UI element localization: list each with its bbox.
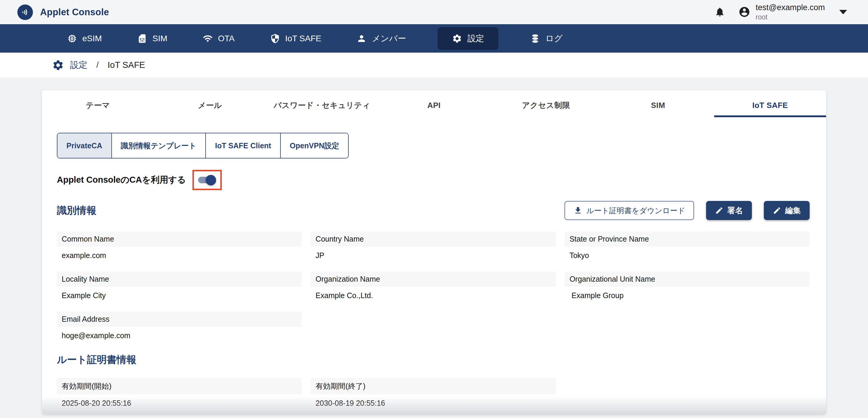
- field-label: Organizational Unit Name: [565, 272, 810, 287]
- nav-label: 設定: [467, 33, 484, 44]
- highlight-box: [192, 170, 222, 190]
- field-label: State or Province Name: [565, 232, 810, 247]
- user-role: root: [756, 13, 825, 21]
- main-nav: eSIM SIM OTA IoT SAFE メンバー 設定: [0, 24, 868, 53]
- breadcrumb-separator: /: [96, 60, 99, 70]
- download-icon: [574, 206, 583, 215]
- wifi-icon: [203, 34, 213, 44]
- topbar-right: test@example.com root: [714, 3, 847, 21]
- tab-theme[interactable]: テーマ: [42, 95, 154, 117]
- breadcrumb: 設定 / IoT SAFE: [0, 53, 868, 77]
- field-country-name: Country Name JP: [311, 232, 556, 260]
- app-root: Applet Console test@example.com root eSI…: [0, 0, 868, 418]
- nav-item-settings[interactable]: 設定: [438, 27, 498, 50]
- field-value: 2030-08-19 20:55:16: [311, 394, 556, 408]
- nav-item-logs[interactable]: ログ: [526, 27, 566, 50]
- field-value: example.com: [57, 247, 302, 260]
- field-email-address: Email Address hoge@example.com: [57, 312, 302, 340]
- chip-icon: [67, 34, 77, 44]
- field-organizational-unit: Organizational Unit Name Example Group: [565, 272, 810, 300]
- field-locality: Locality Name Example City: [57, 272, 302, 300]
- field-value: hoge@example.com: [57, 327, 302, 340]
- person-icon: [356, 34, 367, 44]
- ca-toggle-label: Applet ConsoleのCAを利用する: [57, 174, 186, 186]
- signal-logo-icon: [18, 4, 33, 20]
- download-root-cert-button[interactable]: ルート証明書をダウンロード: [564, 201, 694, 220]
- identification-title: 識別情報: [57, 204, 96, 217]
- field-label: Common Name: [57, 232, 302, 247]
- field-value: Example City: [57, 287, 302, 300]
- identification-actions: ルート証明書をダウンロード 署名 編集: [564, 201, 810, 220]
- chevron-down-icon[interactable]: [839, 10, 847, 14]
- field-value: JP: [311, 247, 556, 260]
- subtab-private-ca[interactable]: PrivateCA: [58, 133, 111, 158]
- tab-api[interactable]: API: [378, 95, 490, 117]
- field-label: 有効期間(終了): [311, 378, 556, 394]
- pencil-icon: [715, 206, 723, 215]
- tab-iot-safe[interactable]: IoT SAFE: [714, 95, 826, 117]
- nav-label: eSIM: [82, 34, 102, 43]
- bell-icon[interactable]: [714, 7, 725, 18]
- field-value: 2025-08-20 20:55:16: [57, 394, 302, 408]
- top-header: Applet Console test@example.com root: [0, 0, 868, 24]
- iot-safe-subtabs: PrivateCA 識別情報テンプレート IoT SAFE Client Ope…: [57, 133, 349, 159]
- sign-button-label: 署名: [727, 205, 743, 216]
- edit-button-label: 編集: [785, 205, 801, 216]
- breadcrumb-current: IoT SAFE: [108, 60, 145, 70]
- identification-fields: Common Name example.com Country Name JP …: [57, 232, 810, 340]
- gear-icon: [452, 34, 462, 44]
- field-label: Country Name: [311, 232, 556, 247]
- gear-icon: [52, 59, 64, 71]
- nav-label: SIM: [152, 34, 167, 43]
- field-state-province: State or Province Name Tokyo: [565, 232, 810, 260]
- user-menu[interactable]: test@example.com root: [738, 3, 847, 21]
- field-valid-until: 有効期間(終了) 2030-08-19 20:55:16: [311, 378, 556, 408]
- field-value: Tokyo: [565, 247, 810, 260]
- brand-title: Applet Console: [40, 7, 109, 18]
- shield-icon: [270, 34, 280, 44]
- field-common-name: Common Name example.com: [57, 232, 302, 260]
- nav-item-ota[interactable]: OTA: [199, 27, 238, 50]
- field-organization: Organization Name Example Co.,Ltd.: [311, 272, 556, 300]
- tab-password-security[interactable]: パスワード・セキュリティ: [266, 95, 378, 117]
- field-label: Email Address: [57, 312, 302, 327]
- user-info: test@example.com root: [756, 3, 825, 21]
- content-area: テーマ メール パスワード・セキュリティ API アクセス制限 SIM IoT …: [0, 77, 868, 414]
- field-value: Example Co.,Ltd.: [311, 287, 556, 300]
- download-root-cert-label: ルート証明書をダウンロード: [586, 206, 685, 216]
- nav-item-esim[interactable]: eSIM: [63, 27, 105, 50]
- brand[interactable]: Applet Console: [18, 4, 109, 20]
- pencil-icon: [773, 206, 781, 215]
- nav-label: IoT SAFE: [285, 34, 321, 43]
- nav-label: メンバー: [372, 33, 406, 44]
- identification-section-header: 識別情報 ルート証明書をダウンロード 署名 編集: [57, 201, 810, 220]
- subtab-iot-safe-client[interactable]: IoT SAFE Client: [205, 133, 280, 158]
- sign-button[interactable]: 署名: [706, 201, 752, 220]
- breadcrumb-settings-link[interactable]: 設定: [70, 59, 87, 71]
- toggle-knob: [206, 175, 216, 185]
- user-email: test@example.com: [756, 3, 825, 12]
- sim-card-icon: [137, 34, 147, 44]
- nav-item-sim[interactable]: SIM: [133, 27, 171, 50]
- field-value: Example Group: [565, 287, 810, 300]
- settings-card: テーマ メール パスワード・セキュリティ API アクセス制限 SIM IoT …: [42, 90, 826, 414]
- tab-mail[interactable]: メール: [154, 95, 266, 117]
- settings-tabs: テーマ メール パスワード・セキュリティ API アクセス制限 SIM IoT …: [42, 90, 826, 117]
- field-label: Organization Name: [311, 272, 556, 287]
- ca-toggle-switch[interactable]: [197, 174, 217, 186]
- nav-item-members[interactable]: メンバー: [353, 27, 409, 50]
- nav-label: OTA: [218, 34, 235, 43]
- database-icon: [530, 34, 540, 44]
- tab-access-restriction[interactable]: アクセス制限: [490, 95, 602, 117]
- field-label: Locality Name: [57, 272, 302, 287]
- nav-item-iot-safe[interactable]: IoT SAFE: [267, 27, 325, 50]
- field-valid-from: 有効期間(開始) 2025-08-20 20:55:16: [57, 378, 302, 408]
- subtab-openvpn-settings[interactable]: OpenVPN設定: [280, 133, 348, 158]
- nav-label: ログ: [545, 33, 562, 44]
- field-label: 有効期間(開始): [57, 378, 302, 394]
- subtab-id-template[interactable]: 識別情報テンプレート: [111, 133, 206, 158]
- root-certificate-fields: 有効期間(開始) 2025-08-20 20:55:16 有効期間(終了) 20…: [57, 378, 810, 408]
- root-certificate-title: ルート証明書情報: [57, 353, 826, 367]
- edit-button[interactable]: 編集: [764, 201, 810, 220]
- tab-sim[interactable]: SIM: [602, 95, 714, 117]
